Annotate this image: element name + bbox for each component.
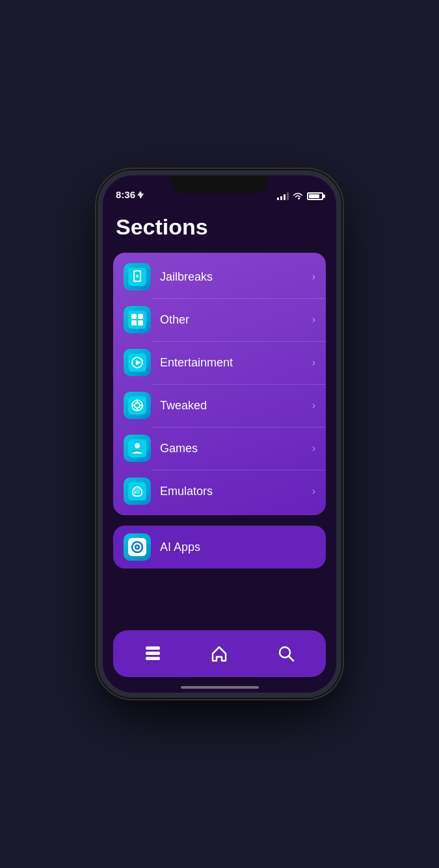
section-item-games[interactable]: Games › [113,427,326,470]
home-tab-icon [209,644,229,663]
tweaked-chevron: › [312,400,315,411]
time-display: 8:36 [116,189,135,200]
svg-rect-23 [146,646,160,650]
wifi-icon [293,192,303,200]
sections-tab-icon [143,644,163,663]
tab-home[interactable] [186,630,252,677]
svg-rect-12 [128,396,146,415]
section-item-jailbreaks[interactable]: Jailbreaks › [113,255,326,298]
tab-bar [113,630,326,677]
svg-rect-5 [131,314,137,319]
section-item-tweaked[interactable]: Tweaked › [113,384,326,427]
volume-up-button [98,285,99,321]
jailbreaks-icon [124,263,151,290]
status-time: 8:36 [116,189,144,200]
mute-button [98,253,99,274]
ai-apps-label: AI Apps [160,541,315,554]
emulators-icon [124,478,151,505]
phone-frame: 8:36 Sections [98,170,341,698]
signal-icon [277,192,289,200]
battery-icon [307,192,323,200]
tab-search[interactable] [253,630,319,677]
svg-rect-6 [138,314,143,319]
section-item-other[interactable]: Other › [113,298,326,341]
games-icon [124,435,151,462]
section-item-emulators[interactable]: Emulators › [113,470,326,513]
ai-apps-icon [124,533,151,561]
svg-point-16 [135,443,140,448]
page-title: Sections [103,204,336,253]
svg-rect-8 [138,320,143,326]
search-tab-icon [276,644,296,663]
tab-sections[interactable] [120,630,186,677]
svg-point-18 [135,492,137,494]
ai-apps-card[interactable]: AI Apps [113,526,326,568]
svg-rect-4 [128,311,146,329]
jailbreaks-chevron: › [312,271,315,283]
entertainment-icon [124,349,151,376]
other-icon [124,306,151,333]
tweaked-icon [124,392,151,419]
location-icon [137,191,144,199]
jailbreaks-label: Jailbreaks [160,270,312,284]
svg-point-22 [137,546,139,548]
sections-card: Jailbreaks › Other › [113,253,326,515]
other-label: Other [160,313,312,327]
svg-rect-24 [146,652,160,655]
entertainment-label: Entertainment [160,356,312,370]
svg-point-3 [136,275,139,277]
home-bar [181,686,259,689]
section-item-entertainment[interactable]: Entertainment › [113,341,326,384]
svg-line-27 [289,656,293,661]
other-chevron: › [312,314,315,326]
svg-rect-7 [131,320,137,326]
section-item-ai-apps[interactable]: AI Apps [113,526,326,568]
volume-down-button [98,329,99,365]
screen: Sections Jailbreaks › [103,204,336,693]
svg-rect-25 [146,657,160,660]
entertainment-chevron: › [312,357,315,368]
power-button [340,266,341,305]
games-chevron: › [312,442,315,454]
status-icons [277,192,323,200]
tweaked-label: Tweaked [160,399,312,413]
emulators-chevron: › [312,485,315,497]
notch [171,175,269,194]
emulators-label: Emulators [160,485,312,498]
games-label: Games [160,442,312,455]
